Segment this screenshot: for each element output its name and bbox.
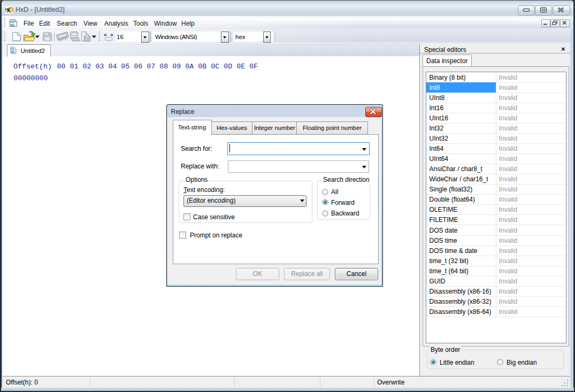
svg-text:AO: AO — [11, 51, 14, 53]
svg-text:AO: AO — [11, 24, 14, 27]
svg-text:x: x — [6, 6, 11, 14]
